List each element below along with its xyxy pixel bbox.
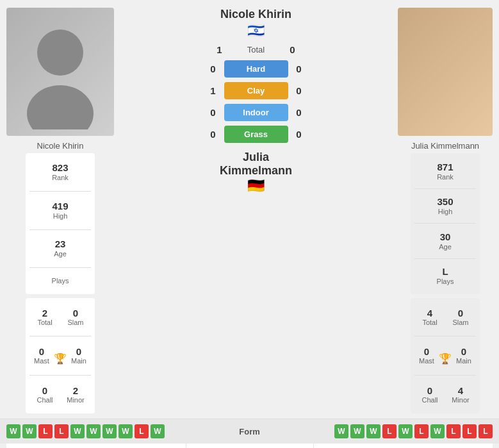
form-badge-p1: L — [135, 424, 149, 438]
player2-slam-cell: 0 Slam — [445, 308, 476, 326]
player2-name-badge: Julia Kimmelmann — [411, 141, 479, 151]
player2-photo-placeholder — [398, 8, 493, 136]
form-badge-p1: W — [86, 424, 101, 438]
player2-rank: 871 Rank — [437, 162, 454, 181]
form-badge-p1: W — [22, 424, 37, 438]
player1-trophy-icon: 🏆 — [54, 353, 67, 365]
form-badge-p2: L — [462, 424, 477, 438]
player1-total-cell: 2 Total — [29, 308, 60, 326]
player2-main-cell: 0 Main — [452, 346, 476, 365]
player1-plays: Plays — [52, 277, 69, 285]
form-section: WWLLWWWWLW Form WWWLWLWLLL — [0, 419, 499, 444]
main-container: Nicole Khirin 823 Rank 419 High 23 Age — [0, 0, 499, 448]
form-badge-p2: L — [479, 424, 493, 438]
p2-clay-score: 0 — [292, 85, 306, 96]
player2-title-line1: Julia — [220, 151, 292, 164]
p1-indoor-score: 0 — [206, 107, 220, 118]
player2-photo — [398, 8, 493, 136]
indoor-button[interactable]: Indoor — [224, 104, 288, 121]
player1-title: Nicole Khirin — [220, 8, 291, 21]
total-row: 1 Total 0 — [213, 44, 300, 55]
p2-grass-score: 0 — [292, 129, 306, 140]
surface-lines: 0 Hard 0 1 Clay 0 0 Indoor 0 0 Grass — [118, 60, 394, 143]
player1-photo — [6, 8, 114, 136]
p1-hard-score: 0 — [206, 63, 220, 74]
form-badge-p2: W — [350, 424, 364, 438]
stats-left-0: 58% (125-89) — [6, 444, 186, 448]
form-badge-p1: W — [6, 424, 20, 438]
player1-flag: 🇮🇱 — [247, 22, 265, 39]
player2-minor-cell: 4 Minor — [445, 385, 476, 404]
form-badge-p1: W — [119, 424, 133, 438]
form-badge-p2: L — [382, 424, 397, 438]
player2-plays: L Plays — [437, 266, 454, 286]
stats-right-0: 57% (202-152) — [314, 444, 493, 448]
p2-indoor-score: 0 — [292, 107, 306, 118]
player1-rank: 823 Rank — [52, 162, 69, 182]
form-badge-p1: W — [102, 424, 117, 438]
grass-button[interactable]: Grass — [224, 126, 288, 143]
player2-form: WWWLWLWLLL — [334, 424, 493, 438]
form-badge-p2: W — [430, 424, 445, 438]
form-badge-p1: L — [38, 424, 53, 438]
player1-minor-cell: 2 Minor — [60, 385, 91, 404]
total-label: Total — [231, 45, 282, 54]
center-column: Nicole Khirin 🇮🇱 1 Total 0 0 Hard 0 1 Cl… — [118, 8, 394, 413]
player2-age: 30 Age — [439, 231, 452, 251]
player1-form: WWLLWWWWLW — [6, 424, 165, 438]
player1-mast-cell: 0 Mast — [29, 346, 54, 365]
svg-point-0 — [37, 29, 83, 76]
form-badge-p2: L — [446, 424, 461, 438]
form-badge-p2: L — [414, 424, 429, 438]
player2-flag: 🇩🇪 — [220, 178, 292, 194]
p1-grass-score: 0 — [206, 129, 220, 140]
form-badge-p1: W — [151, 424, 165, 438]
player2-total-cell: 4 Total — [414, 308, 445, 326]
player1-name-badge: Nicole Khirin — [37, 141, 84, 151]
svg-point-1 — [27, 85, 94, 129]
bottom-stats: 58% (125-89) Career Total W/L 57% (202-1… — [6, 444, 493, 448]
player1-stats-box: 823 Rank 419 High 23 Age Plays — [26, 153, 95, 294]
p2-hard-score: 0 — [292, 63, 306, 74]
clay-row: 1 Clay 0 — [206, 82, 306, 99]
p2-total-score: 0 — [286, 44, 300, 55]
player1-high: 419 High — [52, 201, 68, 220]
comparison-layout: Nicole Khirin 823 Rank 419 High 23 Age — [0, 0, 499, 416]
form-badge-p2: W — [366, 424, 380, 438]
player1-slam-cell: 0 Slam — [60, 308, 91, 326]
stats-row: 58% (125-89) Career Total W/L 57% (202-1… — [6, 444, 493, 448]
hard-button[interactable]: Hard — [224, 60, 288, 78]
grass-row: 0 Grass 0 — [206, 126, 306, 143]
form-badge-p2: W — [334, 424, 348, 438]
player2-title-line2: Kimmelmann — [220, 164, 292, 178]
p1-total-score: 1 — [213, 44, 227, 55]
player2-stats-box: 871 Rank 350 High 30 Age L Plays — [411, 153, 480, 294]
player2-mast-cell: 0 Mast — [414, 346, 439, 365]
player1-age: 23 Age — [54, 238, 67, 258]
stats-center-0: Career Total W/L — [186, 444, 314, 448]
player2-high: 350 High — [437, 196, 453, 216]
form-badge-p1: L — [54, 424, 69, 438]
player1-main-cell: 0 Main — [67, 346, 91, 365]
player1-career-box: 2 Total 0 Slam 0 Mast 🏆 — [26, 298, 95, 413]
hard-row: 0 Hard 0 — [206, 60, 306, 78]
form-badge-p2: W — [398, 424, 413, 438]
player2-column: Julia Kimmelmann 871 Rank 350 High 30 Ag… — [398, 8, 493, 413]
form-label: Form — [239, 427, 260, 436]
player2-career-box: 4 Total 0 Slam 0 Mast 🏆 — [411, 298, 480, 413]
p1-clay-score: 1 — [206, 85, 220, 96]
player2-chall-cell: 0 Chall — [414, 385, 445, 404]
player1-column: Nicole Khirin 823 Rank 419 High 23 Age — [6, 8, 114, 413]
player2-trophy-icon: 🏆 — [439, 353, 452, 365]
clay-button[interactable]: Clay — [224, 82, 288, 99]
indoor-row: 0 Indoor 0 — [206, 104, 306, 121]
player1-chall-cell: 0 Chall — [29, 385, 60, 404]
form-badge-p1: W — [70, 424, 85, 438]
